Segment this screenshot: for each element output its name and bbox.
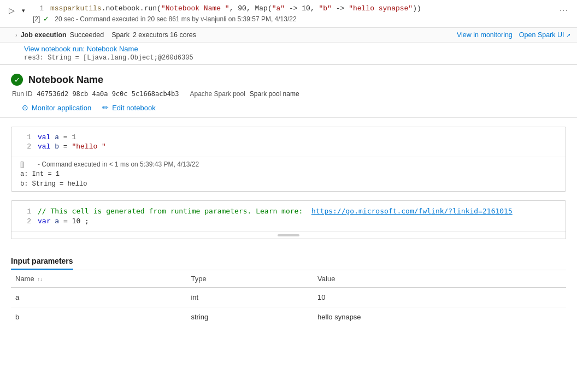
runtime-params-url[interactable]: https://go.microsoft.com/fwlink/?linkid=…: [311, 207, 513, 215]
spark-pool-value: Spark pool name: [250, 90, 299, 98]
edit-icon: ✏: [102, 103, 109, 112]
input-parameters-section: Input parameters Name ↑↓ Type Value aint…: [0, 257, 577, 337]
cell-2-code: 1 // This cell is generated from runtime…: [11, 201, 566, 232]
cell2-line1-code: // This cell is generated from runtime p…: [38, 207, 513, 216]
monitor-icon: ⊙: [22, 103, 28, 112]
cells-area: 1 val a = 1 2 val b = "hello " []: [0, 118, 577, 257]
run-button[interactable]: ▷: [7, 5, 16, 15]
spark-label: Spark: [111, 31, 129, 39]
cell2-line2-num: 2: [20, 217, 31, 225]
run-id-value: 467536d2 98cb 4a0a 9c0c 5c1668acb4b3: [37, 90, 179, 98]
result-line: res3: String = [Ljava.lang.Object;@260d6…: [24, 54, 570, 62]
more-options-button[interactable]: ···: [557, 4, 570, 16]
view-notebook-run-link[interactable]: View notebook run: Notebook Name: [24, 45, 138, 53]
param-type: int: [186, 288, 313, 307]
run-id-label: Run ID: [12, 90, 32, 98]
scrollbar-area: [11, 232, 566, 239]
top-cell-area: ▷ ▾ 1 mssparkutils.notebook.run("Noteboo…: [0, 0, 577, 65]
spark-pool-label: Apache Spark pool: [190, 90, 245, 98]
cell1-index: []: [20, 161, 33, 168]
job-execution-label: Job execution: [21, 31, 67, 39]
cell-1: 1 val a = 1 2 val b = "hello " []: [11, 127, 566, 192]
cell1-status: - Command executed in < 1 ms on 5:39:43 …: [38, 161, 199, 168]
param-name: b: [11, 307, 186, 327]
notebook-header: ✓ Notebook Name Run ID 467536d2 98cb 4a0…: [0, 65, 577, 118]
monitor-label: Monitor application: [32, 104, 91, 112]
cell2-line2-code: var a = 10 ;: [38, 217, 89, 225]
cell1-output-line1: a: Int = 1: [20, 170, 557, 178]
cell1-line2-num: 2: [20, 142, 31, 151]
type-col-label: Type: [191, 275, 206, 283]
success-icon: ✓: [11, 74, 23, 86]
open-spark-ui-label: Open Spark UI: [519, 31, 564, 39]
col-value-header[interactable]: Value: [313, 270, 566, 288]
edit-notebook-button[interactable]: ✏ Edit notebook: [102, 103, 156, 112]
spark-details: 2 executors 16 cores: [133, 31, 196, 39]
monitor-application-button[interactable]: ⊙ Monitor application: [22, 103, 91, 112]
table-row: aint10: [11, 288, 566, 307]
notebook-title: Notebook Name: [28, 74, 103, 86]
param-name: a: [11, 288, 186, 307]
cell-1-code: 1 val a = 1 2 val b = "hello ": [11, 127, 566, 157]
external-link-icon: ↗: [566, 32, 570, 38]
open-spark-ui-link[interactable]: Open Spark UI ↗: [519, 31, 570, 39]
cell-1-output: [] - Command executed in < 1 ms on 5:39:…: [11, 157, 566, 191]
status-text: 20 sec - Command executed in 20 sec 861 …: [55, 15, 296, 23]
cell-index: [2]: [33, 15, 40, 23]
cell1-line2-code: val b = "hello ": [38, 142, 106, 151]
param-value: 10: [313, 288, 566, 307]
sort-icon: ↑↓: [37, 276, 43, 282]
dropdown-button[interactable]: ▾: [19, 5, 28, 15]
cell1-line1-code: val a = 1: [38, 133, 76, 141]
col-name-header[interactable]: Name ↑↓: [11, 270, 186, 288]
name-col-label: Name: [15, 275, 34, 283]
cell-2: 1 // This cell is generated from runtime…: [11, 200, 566, 239]
scrollbar-thumb[interactable]: [278, 234, 299, 236]
cell1-output-line2: b: String = hello: [20, 180, 557, 188]
status-check-icon: ✓: [43, 15, 49, 23]
table-row: bstringhello synapse: [11, 307, 566, 327]
param-value: hello synapse: [313, 307, 566, 327]
line-number: 1: [33, 4, 44, 13]
params-table: Name ↑↓ Type Value aint10bstringhello sy…: [11, 270, 566, 326]
cell1-line1-num: 1: [20, 133, 31, 141]
param-type: string: [186, 307, 313, 327]
col-type-header[interactable]: Type: [186, 270, 313, 288]
edit-label: Edit notebook: [112, 104, 156, 112]
code-content: mssparkutils.notebook.run("Notebook Name…: [50, 4, 421, 13]
cell2-line1-num: 1: [20, 207, 31, 216]
input-params-title: Input parameters: [11, 257, 73, 270]
value-col-label: Value: [317, 275, 335, 283]
job-status: Succeeded: [70, 31, 104, 39]
chevron-right-icon[interactable]: ›: [15, 32, 17, 38]
view-monitoring-link[interactable]: View in monitoring: [457, 31, 513, 39]
